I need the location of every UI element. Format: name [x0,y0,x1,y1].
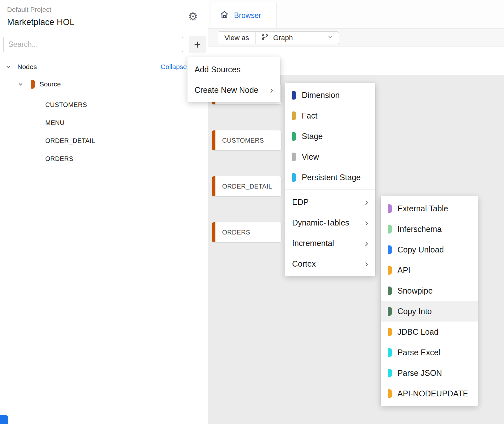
node-color-strip [212,222,215,242]
menu-item-parse-json[interactable]: Parse JSON [381,363,478,383]
menu-item-label: Inferschema [397,225,471,234]
snowpipe-color-icon [388,287,392,295]
menu-item-fact[interactable]: Fact [285,105,375,126]
menu-item-copy-into[interactable]: Copy Into [381,301,478,322]
menu-item-label: JDBC Load [397,327,471,337]
menu-item-label: Cortex [292,259,360,269]
node-subtype-menu: External Table Inferschema Copy Unload A… [381,196,478,406]
node-tree: Nodes Collapse Source CUSTOMERS MENU ORD… [0,61,208,168]
tree-item-order-detail[interactable]: ORDER_DETAIL [0,132,208,150]
menu-item-copy-unload[interactable]: Copy Unload [381,239,478,260]
chevron-down-icon[interactable] [6,64,11,69]
tree-item-orders[interactable]: ORDERS [0,150,208,168]
menu-divider [285,190,375,190]
parse-json-color-icon [388,369,392,377]
persistent-stage-color-icon [292,173,296,182]
tree-group-label: Source [39,80,61,88]
tree-root-row[interactable]: Nodes Collapse [0,61,208,73]
menu-item-label: Dimension [302,91,368,100]
menu-item-api[interactable]: API [381,260,478,280]
menu-item-label: API-NODEUPDATE [397,389,471,398]
search-input[interactable] [3,37,183,52]
menu-item-label: Parse Excel [397,348,471,357]
chevron-right-icon: › [270,85,273,95]
node-label: ORDERS [222,229,250,236]
chevron-right-icon: › [365,259,368,269]
menu-item-stage[interactable]: Stage [285,126,375,146]
menu-item-api-nodeupdate[interactable]: API-NODEUPDATE [381,383,478,404]
tab-bar: Browser [208,0,504,28]
external-table-color-icon [388,204,392,213]
menu-item-label: Fact [302,111,368,120]
menu-item-edp[interactable]: EDP › [285,192,375,212]
inferschema-color-icon [388,225,392,234]
menu-item-cortex[interactable]: Cortex › [285,253,375,274]
canvas-toolbar: View as Graph [208,28,504,47]
tree-item-menu[interactable]: MENU [0,114,208,132]
menu-item-inferschema[interactable]: Inferschema [381,219,478,239]
menu-item-label: Create New Node [195,85,265,95]
menu-item-label: Dynamic-Tables [292,218,360,227]
view-mode-value: Graph [273,34,323,42]
menu-item-label: Snowpipe [397,286,471,296]
node-label: ORDER_DETAIL [222,183,272,190]
view-as-button[interactable]: View as [218,32,256,44]
fact-color-icon [292,111,296,120]
node-color-strip [212,130,215,150]
dimension-color-icon [292,91,296,100]
menu-item-label: Copy Unload [397,245,471,254]
menu-item-label: Stage [302,132,368,141]
graph-branch-icon [261,33,269,43]
menu-item-dimension[interactable]: Dimension [285,85,375,105]
chevron-down-icon[interactable] [18,82,23,87]
view-mode-control: View as Graph [218,31,339,44]
menu-item-add-sources[interactable]: Add Sources [187,59,280,80]
api-color-icon [388,266,392,275]
menu-item-view[interactable]: View [285,146,375,167]
chevron-down-icon [327,34,334,42]
copy-into-color-icon [388,307,392,316]
home-icon [220,10,229,21]
menu-item-external-table[interactable]: External Table [381,198,478,219]
menu-item-persistent-stage[interactable]: Persistent Stage [285,167,375,188]
chat-widget-badge[interactable] [0,415,8,424]
add-menu: Add Sources Create New Node › [187,57,280,102]
menu-item-label: Add Sources [195,65,273,74]
graph-node-customers[interactable]: CUSTOMERS [212,130,281,150]
project-name: Marketplace HOL [7,17,74,27]
tab-label: Browser [234,11,261,20]
settings-gear-icon[interactable]: ⚙ [186,9,200,24]
graph-node-order-detail[interactable]: ORDER_DETAIL [212,176,281,196]
tree-item-customers[interactable]: CUSTOMERS [0,96,208,114]
node-type-menu: Dimension Fact Stage View Persistent Sta… [285,83,375,276]
chevron-right-icon: › [365,197,368,207]
copy-unload-color-icon [388,245,392,254]
view-color-icon [292,153,296,161]
menu-item-label: Parse JSON [397,368,471,378]
node-color-strip [212,176,215,196]
menu-item-label: Copy Into [397,307,471,316]
menu-item-jdbc-load[interactable]: JDBC Load [381,322,478,342]
menu-item-label: Incremental [292,239,360,248]
project-label: Default Project [7,6,51,13]
menu-item-dynamic-tables[interactable]: Dynamic-Tables › [285,212,375,233]
menu-item-snowpipe[interactable]: Snowpipe [381,280,478,301]
chevron-right-icon: › [365,238,368,248]
menu-item-parse-excel[interactable]: Parse Excel [381,342,478,363]
menu-item-incremental[interactable]: Incremental › [285,233,375,253]
menu-item-label: API [397,266,471,275]
node-label: CUSTOMERS [222,137,264,144]
menu-item-label: View [302,152,368,162]
add-node-button[interactable]: + [189,36,206,53]
tab-browser[interactable]: Browser [211,3,277,28]
collapse-link[interactable]: Collapse [161,63,187,71]
tree-group-row-source[interactable]: Source [0,78,208,90]
menu-item-label: External Table [397,204,471,213]
graph-node-orders[interactable]: ORDERS [212,222,281,242]
view-mode-select[interactable]: Graph [256,32,339,44]
menu-item-create-new-node[interactable]: Create New Node › [187,80,280,100]
api-nodeupdate-color-icon [388,389,392,398]
sidebar: Default Project Marketplace HOL ⚙ + Node… [0,0,208,424]
chevron-right-icon: › [365,218,368,227]
jdbc-load-color-icon [388,328,392,336]
